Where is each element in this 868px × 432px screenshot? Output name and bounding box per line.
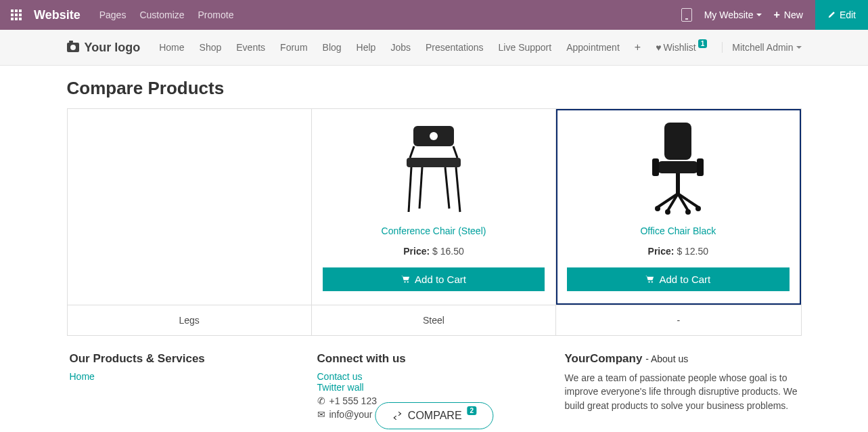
my-website-dropdown[interactable]: My Website bbox=[704, 9, 762, 20]
add-to-cart-1[interactable]: Add to Cart bbox=[567, 267, 789, 291]
site-logo[interactable]: Your logo bbox=[67, 41, 141, 55]
wishlist-count-badge: 1 bbox=[698, 39, 708, 48]
nav-home[interactable]: Home bbox=[159, 42, 184, 53]
footer-col2-title: Connect with us bbox=[317, 352, 551, 366]
product-name-0[interactable]: Conference Chair (Steel) bbox=[323, 225, 545, 236]
compare-pill-button[interactable]: COMPARE 2 bbox=[375, 402, 493, 428]
my-website-label: My Website bbox=[704, 9, 754, 20]
topmenu-pages[interactable]: Pages bbox=[99, 9, 127, 20]
user-menu[interactable]: Mitchell Admin bbox=[722, 42, 801, 53]
pencil-icon bbox=[827, 11, 836, 19]
nav-wishlist[interactable]: ♥ Wishlist 1 bbox=[656, 42, 707, 53]
nav-jobs[interactable]: Jobs bbox=[390, 42, 411, 53]
edit-button[interactable]: Edit bbox=[815, 0, 868, 30]
svg-line-3 bbox=[410, 146, 414, 158]
plus-icon: + bbox=[774, 9, 780, 21]
compare-pill-label: COMPARE bbox=[408, 410, 462, 422]
topmenu-promote[interactable]: Promote bbox=[198, 9, 234, 20]
about-dash: - bbox=[645, 353, 651, 364]
svg-rect-10 bbox=[658, 161, 698, 173]
svg-point-21 bbox=[685, 209, 691, 215]
svg-line-7 bbox=[419, 167, 422, 209]
svg-rect-13 bbox=[676, 173, 680, 194]
footer-col-products: Our Products & Services Home bbox=[70, 352, 304, 420]
svg-point-1 bbox=[430, 132, 438, 140]
user-name: Mitchell Admin bbox=[732, 42, 793, 53]
compare-product-0: Conference Chair (Steel) Price: $ 16.50 … bbox=[312, 109, 556, 305]
about-text: We are a team of passionate people whose… bbox=[565, 371, 799, 412]
price-label: Price: bbox=[648, 246, 675, 257]
phone-icon: ✆ bbox=[317, 395, 325, 406]
nav-add-icon[interactable]: + bbox=[635, 41, 641, 53]
office-chair-icon bbox=[637, 119, 718, 217]
compare-table: Conference Chair (Steel) Price: $ 16.50 … bbox=[67, 108, 802, 336]
edit-label: Edit bbox=[840, 9, 856, 20]
svg-point-20 bbox=[665, 209, 670, 215]
envelope-icon: ✉ bbox=[317, 409, 325, 420]
product-price-0: Price: $ 16.50 bbox=[323, 246, 545, 257]
add-to-cart-0[interactable]: Add to Cart bbox=[323, 267, 545, 291]
add-to-cart-label: Add to Cart bbox=[415, 274, 466, 285]
cart-icon bbox=[401, 276, 411, 284]
product-name-1[interactable]: Office Chair Black bbox=[567, 225, 789, 236]
footer-col1-title: Our Products & Services bbox=[70, 352, 304, 366]
svg-line-8 bbox=[445, 167, 449, 209]
compare-product-1: Office Chair Black Price: $ 12.50 Add to… bbox=[556, 109, 800, 305]
product-image-0[interactable] bbox=[323, 117, 545, 219]
footer-link-contact[interactable]: Contact us bbox=[317, 371, 551, 382]
wishlist-label: Wishlist bbox=[663, 42, 695, 53]
chair-icon bbox=[390, 121, 478, 215]
svg-line-4 bbox=[453, 146, 457, 158]
new-label: New bbox=[784, 9, 803, 20]
compare-count-badge: 2 bbox=[467, 406, 477, 415]
attr-value-0-legs: Steel bbox=[312, 305, 556, 335]
svg-rect-2 bbox=[407, 158, 461, 167]
chevron-down-icon bbox=[796, 46, 802, 49]
svg-line-5 bbox=[409, 167, 411, 212]
price-value: $ 16.50 bbox=[432, 246, 464, 257]
compare-header-empty bbox=[68, 109, 312, 305]
add-to-cart-label: Add to Cart bbox=[659, 274, 710, 285]
footer-col-about: YourCompany - About us We are a team of … bbox=[565, 352, 799, 420]
company-name: YourCompany bbox=[565, 352, 643, 365]
email-text: info@your bbox=[329, 409, 373, 420]
camera-icon bbox=[67, 43, 79, 52]
nav-help[interactable]: Help bbox=[357, 42, 376, 53]
cart-icon bbox=[645, 276, 655, 284]
nav-blog[interactable]: Blog bbox=[323, 42, 342, 53]
app-title: Website bbox=[34, 8, 81, 22]
product-image-1[interactable] bbox=[567, 117, 789, 219]
svg-rect-9 bbox=[664, 123, 691, 160]
apps-icon[interactable] bbox=[8, 7, 24, 23]
nav-events[interactable]: Events bbox=[236, 42, 265, 53]
footer-link-home[interactable]: Home bbox=[70, 371, 304, 382]
nav-appointment[interactable]: Appointment bbox=[566, 42, 620, 53]
nav-forum[interactable]: Forum bbox=[280, 42, 307, 53]
heart-icon: ♥ bbox=[656, 42, 661, 53]
phone-text: +1 555 123 bbox=[329, 395, 377, 406]
price-value: $ 12.50 bbox=[677, 246, 708, 257]
nav-live-support[interactable]: Live Support bbox=[499, 42, 552, 53]
svg-rect-12 bbox=[697, 158, 704, 176]
footer-col3-title: YourCompany - About us bbox=[565, 352, 799, 366]
new-button[interactable]: + New bbox=[774, 9, 803, 21]
about-us-link[interactable]: About us bbox=[651, 353, 688, 364]
attr-value-1-legs: - bbox=[556, 305, 800, 335]
nav-presentations[interactable]: Presentations bbox=[426, 42, 484, 53]
mobile-preview-icon[interactable] bbox=[681, 8, 692, 22]
footer-link-twitter[interactable]: Twitter wall bbox=[317, 382, 551, 393]
nav-shop[interactable]: Shop bbox=[200, 42, 222, 53]
compare-arrows-icon bbox=[392, 412, 403, 420]
svg-point-19 bbox=[695, 206, 701, 211]
chevron-down-icon bbox=[756, 14, 762, 16]
product-price-1: Price: $ 12.50 bbox=[567, 246, 789, 257]
price-label: Price: bbox=[403, 246, 430, 257]
topmenu-customize[interactable]: Customize bbox=[139, 9, 184, 20]
attr-label-legs: Legs bbox=[68, 305, 312, 335]
logo-text: Your logo bbox=[85, 41, 141, 55]
page-title: Compare Products bbox=[67, 78, 802, 99]
svg-line-6 bbox=[456, 167, 460, 212]
svg-point-18 bbox=[655, 206, 660, 211]
svg-rect-11 bbox=[652, 158, 659, 176]
